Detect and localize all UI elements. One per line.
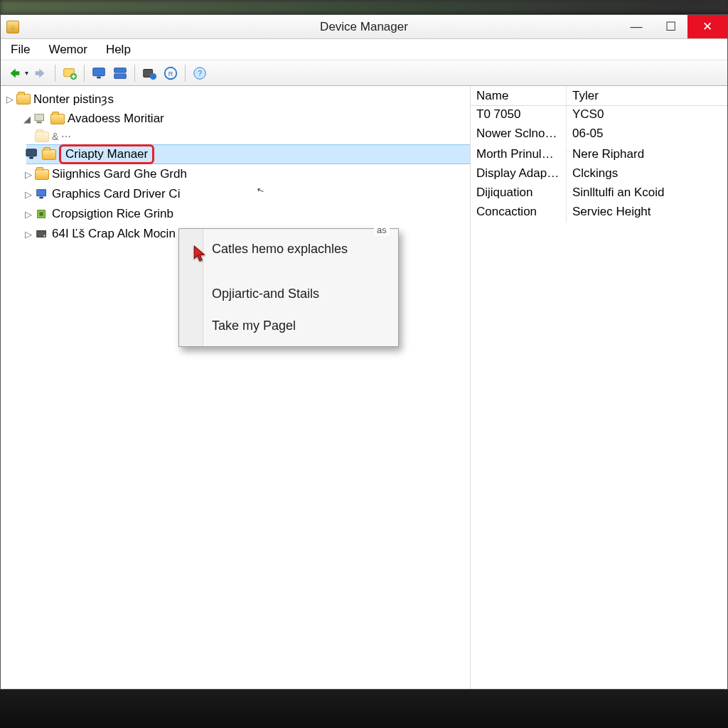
drive-icon [35,228,49,240]
svg-rect-15 [29,157,33,159]
detail-value: Clckings [567,165,727,184]
detail-name: Display Adapters [471,165,567,184]
tree-item-ghost[interactable]: & ⋯ [1,129,470,144]
svg-rect-19 [39,212,43,215]
details-row[interactable]: Concaction Serviec Height [471,203,727,223]
detail-value: Nere Riphard [567,146,727,165]
back-dropdown-icon[interactable]: ▾ [25,69,28,77]
svg-rect-12 [35,114,44,121]
context-menu-item-1[interactable]: Catles hemo explachles [179,233,398,265]
cursor-icon [193,245,208,265]
detail-value: YCS0 [567,106,727,125]
computer-icon [33,112,48,125]
svg-point-21 [43,235,46,237]
device-manager-window: ⌂ Device Manager — ☐ ✕ File Wemor Help ▾ [0,14,728,690]
details-row[interactable]: T0 7050 YCS0 [471,106,727,125]
svg-rect-5 [114,73,127,77]
folder-icon [42,149,56,160]
svg-rect-14 [26,149,36,156]
svg-rect-17 [39,197,43,199]
expand-icon[interactable]: ▷ [22,189,35,200]
tree-item-cropsigtion[interactable]: ▷ Cropsigtion Rice Grinb [1,204,470,224]
svg-rect-16 [37,190,46,196]
svg-rect-3 [97,76,101,78]
detail-name: T0 7050 [471,106,567,125]
folder-icon [35,169,49,180]
tool-add-icon[interactable] [60,64,79,82]
tool-scan-icon[interactable]: R [161,64,180,82]
forward-button[interactable] [31,64,50,82]
chip-icon [35,208,49,220]
back-button[interactable] [5,64,23,82]
detail-value: 06-05 [567,125,727,144]
collapse-icon[interactable]: ◢ [21,114,33,124]
tree-item-label: Graphics Card Driver Ci [52,187,180,201]
tree-item-label: 64I Ľš Crap Alck Mocin [52,227,176,241]
device-tree[interactable]: ▷ Nonter pistinȝs ◢ Avadoess Moritiar & … [1,86,470,689]
details-row[interactable]: Morth Prinule … Nere Riphard [471,146,727,165]
toolbar: ▾ R ? [1,60,727,86]
detail-name: Nower Sclnoro… [471,125,567,144]
detail-name: Morth Prinule … [471,146,567,165]
tree-item-label: Criapty Manaer [65,147,148,161]
detail-name: Concaction [471,203,567,223]
context-menu-label: Catles hemo explachles [212,242,348,256]
folder-icon [16,94,31,105]
svg-rect-2 [93,68,105,75]
details-row[interactable]: Nower Sclnoro… 06-05 [471,125,727,144]
tree-item-label: Siignhics Gard Ghe Grdh [52,167,187,181]
content-area: ↖ ▷ Nonter pistinȝs ◢ Avadoess Moritiar … [1,86,727,689]
menu-file[interactable]: File [8,40,33,60]
tree-item-selected[interactable]: Criapty Manaer [1,144,470,164]
details-row[interactable]: Display Adapters Clckings [471,165,727,184]
column-header-tyler[interactable]: Tyler [567,86,727,105]
highlighted-selection: Criapty Manaer [59,144,154,164]
menu-wemor[interactable]: Wemor [46,40,90,60]
tree-item-label: Cropsigtion Rice Grinb [52,207,173,221]
window-title: Device Manager [1,20,727,34]
context-menu-label: Take my Pagel [212,318,296,333]
tool-diskaction-icon[interactable] [140,64,159,82]
tool-help-icon[interactable]: ? [191,64,209,82]
menubar: File Wemor Help [1,39,727,60]
context-menu-item-3[interactable]: Take my Pagel [179,310,398,342]
svg-rect-4 [114,68,127,72]
tree-root[interactable]: ▷ Nonter pistinȝs [1,89,470,109]
svg-text:R: R [168,70,173,77]
details-row[interactable]: Dijiquation Sinlltulfi an Kcoid [471,184,727,203]
tree-item-label: Avadoess Moritiar [68,112,164,126]
display-icon [35,188,49,200]
folder-icon [35,132,49,142]
svg-text:?: ? [198,69,202,77]
tool-drives-icon[interactable] [111,64,129,82]
expand-icon[interactable]: ▷ [22,209,35,220]
titlebar[interactable]: ⌂ Device Manager — ☐ ✕ [1,15,727,39]
background-bottom [0,690,728,728]
tree-item-graphics[interactable]: ▷ Graphics Card Driver Ci [1,184,470,204]
column-header-name[interactable]: Name [471,86,567,105]
detail-value: Sinlltulfi an Kcoid [567,184,727,203]
details-pane: Name Tyler T0 7050 YCS0 Nower Sclnoro… 0… [470,86,727,689]
details-header[interactable]: Name Tyler [471,86,727,106]
detail-name: Dijiquation [471,184,567,203]
expand-icon[interactable]: ▷ [22,229,35,240]
tree-item-siignhics[interactable]: ▷ Siignhics Gard Ghe Grdh [1,164,470,184]
tree-root-label: Nonter pistinȝs [33,92,114,107]
monitor-icon [25,148,39,161]
svg-point-7 [150,73,156,80]
tool-monitor-icon[interactable] [90,64,108,82]
tree-item-avadoess[interactable]: ◢ Avadoess Moritiar [1,109,470,129]
folder-icon [50,114,65,124]
expand-icon[interactable]: ▷ [4,94,16,105]
detail-value: Serviec Height [567,203,727,223]
tree-item-label: & ⋯ [52,131,71,142]
svg-rect-13 [37,122,42,124]
context-menu-label: Opjiartic-and Stails [212,287,319,301]
menu-help[interactable]: Help [103,40,134,60]
context-menu-item-2[interactable]: Opjiartic-and Stails [179,278,398,310]
expand-icon[interactable]: ▷ [22,169,35,180]
context-menu: as Catles hemo explachles Opjiartic-and … [178,228,399,347]
